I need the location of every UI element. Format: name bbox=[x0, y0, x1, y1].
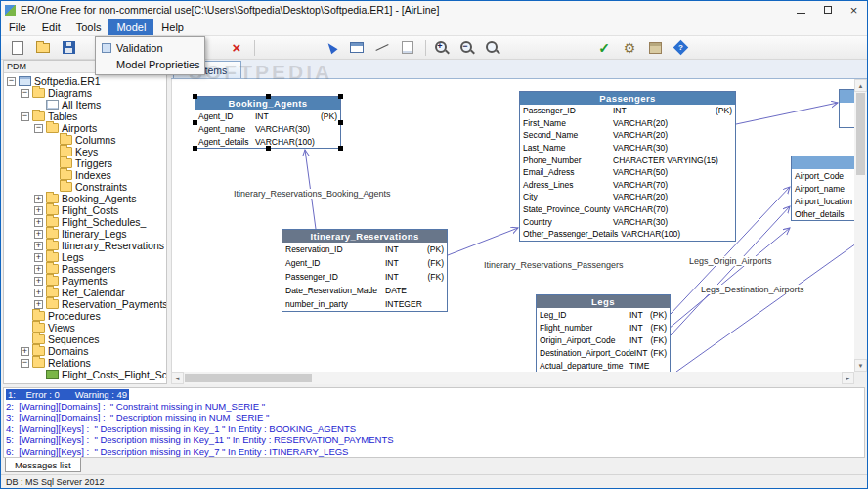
selection-handle[interactable] bbox=[266, 146, 271, 151]
expand-icon[interactable] bbox=[34, 218, 43, 227]
tree-item[interactable]: Flight_Schedules_ bbox=[4, 216, 166, 228]
selection-handle[interactable] bbox=[193, 146, 197, 151]
relation-line[interactable] bbox=[736, 103, 838, 124]
entity-header[interactable]: Passengers bbox=[520, 92, 735, 105]
tree-item[interactable]: Indexes bbox=[4, 169, 166, 181]
message-row[interactable]: 1: Error : 0 Warning : 49 bbox=[6, 389, 862, 401]
tree-item[interactable]: Views bbox=[4, 322, 166, 333]
tree-item[interactable]: Flight_Costs bbox=[4, 204, 166, 216]
expand-icon[interactable] bbox=[34, 277, 43, 286]
message-row[interactable]: 3: [Warning][Domains] : " Description mi… bbox=[6, 412, 862, 423]
minimize-button[interactable] bbox=[788, 1, 814, 19]
relation-line[interactable] bbox=[448, 228, 518, 255]
scrollbar-track[interactable] bbox=[313, 372, 842, 384]
save-button[interactable] bbox=[57, 37, 80, 59]
close-button[interactable] bbox=[841, 1, 867, 19]
tree-item[interactable]: Triggers bbox=[4, 157, 166, 169]
entity-passengers[interactable]: Passengers Passenger_IDINT(PK) First_Nam… bbox=[519, 91, 736, 242]
delete-button[interactable]: × bbox=[225, 37, 248, 59]
scroll-down-icon[interactable]: ▼ bbox=[854, 359, 867, 372]
menu-item-validation[interactable]: Validation bbox=[96, 39, 204, 56]
selection-handle[interactable] bbox=[193, 120, 197, 125]
entity-partial[interactable] bbox=[839, 89, 854, 128]
tree-item[interactable]: Procedures bbox=[4, 310, 166, 322]
scrollbar-track[interactable] bbox=[854, 176, 867, 359]
tree-item[interactable]: Softpedia.ER1 bbox=[4, 75, 166, 87]
relation-label[interactable]: Itinerary_Reservations_Booking_Agents bbox=[233, 189, 392, 199]
expand-icon[interactable] bbox=[34, 300, 43, 309]
zoom-page-button[interactable] bbox=[481, 37, 504, 59]
scroll-left-icon[interactable]: ◄ bbox=[171, 372, 184, 384]
tree-item[interactable]: Columns bbox=[4, 134, 166, 146]
collapse-icon[interactable] bbox=[34, 124, 43, 133]
expand-icon[interactable] bbox=[34, 253, 43, 262]
collapse-icon[interactable] bbox=[21, 359, 29, 368]
menu-edit[interactable]: Edit bbox=[34, 19, 68, 35]
expand-icon[interactable] bbox=[34, 265, 43, 274]
tree-item[interactable]: Booking_Agents bbox=[4, 193, 166, 204]
menu-tools[interactable]: Tools bbox=[68, 19, 109, 35]
message-row[interactable]: 5: [Warning][Keys] : " Description missi… bbox=[6, 434, 862, 446]
tree-item[interactable]: Tables bbox=[4, 111, 166, 122]
collapse-icon[interactable] bbox=[7, 77, 16, 86]
validate-button[interactable]: ✓ bbox=[592, 37, 616, 59]
expand-icon[interactable] bbox=[34, 230, 43, 239]
menu-item-model-proprieties[interactable]: Model Proprieties bbox=[96, 56, 204, 72]
menu-model[interactable]: Model bbox=[108, 19, 153, 35]
selection-handle[interactable] bbox=[338, 146, 343, 151]
generate-button[interactable] bbox=[643, 37, 667, 59]
message-row[interactable]: 6: [Warning][Keys] : " Description missi… bbox=[6, 446, 862, 458]
menu-help[interactable]: Help bbox=[153, 19, 192, 35]
comment-tool-button[interactable] bbox=[396, 37, 419, 59]
tree-item[interactable]: Legs bbox=[4, 251, 166, 263]
tree-item[interactable]: Relations bbox=[4, 357, 166, 369]
scroll-up-icon[interactable]: ▲ bbox=[854, 79, 867, 92]
tree-item[interactable]: Flight_Costs_Flight_Sc bbox=[4, 369, 166, 380]
zoom-out-button[interactable]: − bbox=[456, 37, 479, 59]
expand-icon[interactable] bbox=[34, 242, 43, 250]
entity-itinerary-reservations[interactable]: Itinerary_Reservations Reservation_IDINT… bbox=[282, 229, 448, 312]
scroll-right-icon[interactable]: ► bbox=[842, 372, 854, 384]
selection-handle[interactable] bbox=[338, 120, 343, 125]
relation-tool-button[interactable] bbox=[370, 37, 394, 59]
tree-item[interactable]: Domains bbox=[4, 345, 166, 357]
tree-item[interactable]: All Items bbox=[4, 99, 166, 111]
tree-item[interactable]: Diagrams bbox=[4, 87, 166, 99]
relation-label[interactable]: Itinerary_Reservations_Passengers bbox=[483, 260, 625, 270]
entity-header[interactable]: Itinerary_Reservations bbox=[282, 230, 447, 243]
help-button[interactable]: ? bbox=[669, 37, 692, 59]
tree-item[interactable]: Payments bbox=[4, 275, 166, 287]
vertical-scrollbar[interactable]: ▲ ▼ bbox=[854, 79, 867, 372]
tree-item[interactable]: Itinerary_Legs bbox=[4, 228, 166, 240]
message-row[interactable]: 4: [Warning][Keys] : " Description missi… bbox=[6, 423, 862, 435]
entity-header[interactable]: Legs bbox=[537, 295, 670, 308]
relation-label[interactable]: Legs_Destination_Airports bbox=[700, 285, 805, 294]
collapse-icon[interactable] bbox=[21, 89, 29, 98]
selection-handle[interactable] bbox=[266, 94, 271, 99]
tree-item[interactable]: Airports bbox=[4, 122, 166, 134]
pointer-tool-button[interactable] bbox=[320, 37, 343, 59]
scrollbar-thumb[interactable] bbox=[856, 93, 865, 175]
tree-item[interactable]: Itinerary_Reservations bbox=[4, 240, 166, 251]
entity-legs[interactable]: Legs Leg_IDINT(PK) Flight_numberINT(FK) … bbox=[536, 294, 671, 372]
tab-messages-list[interactable]: Messages list bbox=[5, 458, 81, 472]
entity-tool-button[interactable] bbox=[345, 37, 369, 59]
expand-icon[interactable] bbox=[34, 289, 43, 297]
diagram-viewport[interactable]: Itinerary_Reservations_Booking_Agents It… bbox=[171, 79, 854, 372]
tree-item[interactable]: Passengers bbox=[4, 263, 166, 275]
entity-airports[interactable]: Airports Airport_Code Airport_name Airpo… bbox=[791, 156, 854, 221]
scrollbar-thumb[interactable] bbox=[185, 374, 312, 382]
tree-item[interactable]: Keys bbox=[4, 146, 166, 157]
menu-file[interactable]: File bbox=[1, 19, 34, 35]
selection-handle[interactable] bbox=[338, 94, 343, 99]
message-row[interactable]: 2: [Warning][Domains] : " Constraint mis… bbox=[6, 401, 862, 413]
new-button[interactable] bbox=[6, 37, 29, 59]
horizontal-scrollbar[interactable]: ◄ ► bbox=[171, 372, 854, 384]
settings-button[interactable]: ⚙ bbox=[618, 37, 641, 59]
maximize-button[interactable] bbox=[814, 1, 841, 19]
entity-booking-agents[interactable]: Booking_Agents Agent_IDINT(PK) Agent_nam… bbox=[195, 96, 341, 149]
expand-icon[interactable] bbox=[34, 195, 43, 203]
expand-icon[interactable] bbox=[21, 347, 29, 356]
tree-item[interactable]: Constraints bbox=[4, 181, 166, 193]
expand-icon[interactable] bbox=[34, 206, 43, 215]
